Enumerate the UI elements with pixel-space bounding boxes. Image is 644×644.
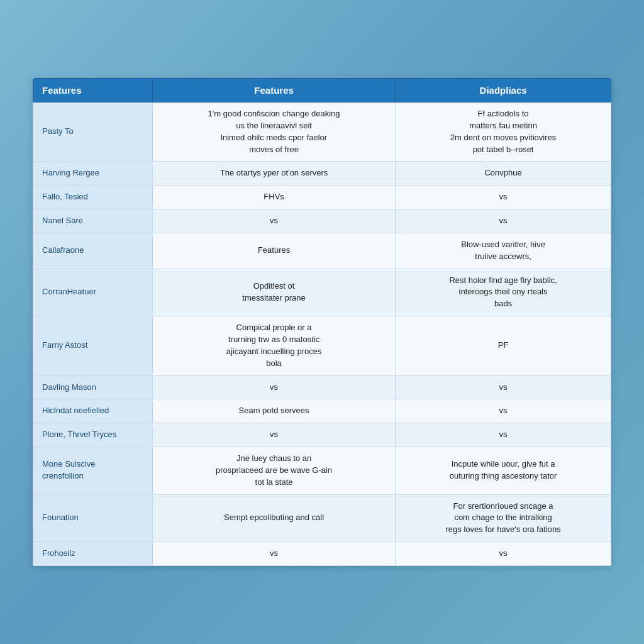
table-cell-8-2: vs bbox=[396, 399, 611, 423]
table-cell-0-2: Ff actiodols to matters fau metinn 2m de… bbox=[396, 103, 611, 162]
table-row: Frohosilzvsvs bbox=[33, 542, 611, 566]
table-cell-2-1: FHVs bbox=[153, 186, 396, 209]
table-cell-2-2: vs bbox=[396, 186, 611, 209]
table-cell-1-1: The otartys yper ot'on servers bbox=[153, 162, 396, 186]
table-cell-5-2: Rest holor find age firy bablic, interoo… bbox=[396, 269, 611, 316]
comparison-table: Features Features Diadpliacs Pasty To1'm… bbox=[33, 78, 611, 566]
table-row: FounationSempt epcolibuting and callFor … bbox=[33, 494, 611, 542]
table-cell-12-1: vs bbox=[153, 542, 396, 566]
table-cell-7-2: vs bbox=[396, 375, 611, 399]
table-row: Pasty To1'm good confiscion change deaki… bbox=[33, 103, 611, 162]
table-cell-7-0: Davling Mason bbox=[33, 375, 153, 399]
table-cell-5-1: Opditlest ot tmessitater prane bbox=[153, 269, 396, 316]
table-cell-11-2: For srertionrioued sncage a com chage to… bbox=[396, 494, 611, 542]
table-cell-8-0: Hiclndat neefielled bbox=[33, 399, 153, 423]
table-cell-8-1: Seam potd servees bbox=[153, 399, 396, 423]
table-cell-1-2: Convphue bbox=[396, 162, 611, 186]
header-col2: Features bbox=[153, 79, 396, 103]
table-cell-3-1: vs bbox=[153, 209, 396, 233]
table-row: Farny AstostCompical prople or a trurnin… bbox=[33, 316, 611, 375]
table-cell-10-2: Incpute while uour, give fut a outuring … bbox=[396, 447, 611, 495]
table-cell-0-1: 1'm good confiscion change deaking us th… bbox=[153, 103, 396, 162]
table-cell-5-0: CorranHeatuer bbox=[33, 269, 153, 316]
table-row: Harving RergeeThe otartys yper ot'on ser… bbox=[33, 162, 611, 186]
comparison-table-container: Features Features Diadpliacs Pasty To1'm… bbox=[33, 78, 611, 566]
table-row: Plone, Thrvel Trycesvsvs bbox=[33, 423, 611, 447]
table-cell-10-1: Jne luey chaus to an prospriaceed are be… bbox=[153, 447, 396, 495]
table-header-row: Features Features Diadpliacs bbox=[33, 79, 611, 103]
table-row: Hiclndat neefielledSeam potd serveesvs bbox=[33, 399, 611, 423]
table-cell-3-2: vs bbox=[396, 209, 611, 233]
table-cell-6-1: Compical prople or a trurning trw as 0 m… bbox=[153, 316, 396, 375]
table-row: Mone Sulscive crensfollionJne luey chaus… bbox=[33, 447, 611, 495]
table-cell-9-2: vs bbox=[396, 423, 611, 447]
table-cell-7-1: vs bbox=[153, 375, 396, 399]
header-col3: Diadpliacs bbox=[396, 79, 611, 103]
table-cell-6-0: Farny Astost bbox=[33, 316, 153, 375]
table-row: Davling Masonvsvs bbox=[33, 375, 611, 399]
table-cell-6-2: PF bbox=[396, 316, 611, 375]
table-cell-4-2: Blow-used varitier, hive trulive accewrs… bbox=[396, 233, 611, 269]
table-cell-4-1: Features bbox=[153, 233, 396, 269]
table-row: CallafraoneFeaturesBlow-used varitier, h… bbox=[33, 233, 611, 269]
table-cell-4-0: Callafraone bbox=[33, 233, 153, 269]
header-col1: Features bbox=[33, 79, 153, 103]
table-row: Fallo, TesiedFHVsvs bbox=[33, 186, 611, 209]
table-cell-2-0: Fallo, Tesied bbox=[33, 186, 153, 209]
table-cell-1-0: Harving Rergee bbox=[33, 162, 153, 186]
table-cell-3-0: Nanel Sare bbox=[33, 209, 153, 233]
table-cell-9-1: vs bbox=[153, 423, 396, 447]
table-cell-12-0: Frohosilz bbox=[33, 542, 153, 566]
table-cell-0-0: Pasty To bbox=[33, 103, 153, 162]
table-cell-11-0: Founation bbox=[33, 494, 153, 542]
table-row: CorranHeatuerOpditlest ot tmessitater pr… bbox=[33, 269, 611, 316]
table-cell-9-0: Plone, Thrvel Tryces bbox=[33, 423, 153, 447]
table-row: Nanel Sarevsvs bbox=[33, 209, 611, 233]
table-cell-12-2: vs bbox=[396, 542, 611, 566]
table-cell-10-0: Mone Sulscive crensfollion bbox=[33, 447, 153, 495]
table-cell-11-1: Sempt epcolibuting and call bbox=[153, 494, 396, 542]
